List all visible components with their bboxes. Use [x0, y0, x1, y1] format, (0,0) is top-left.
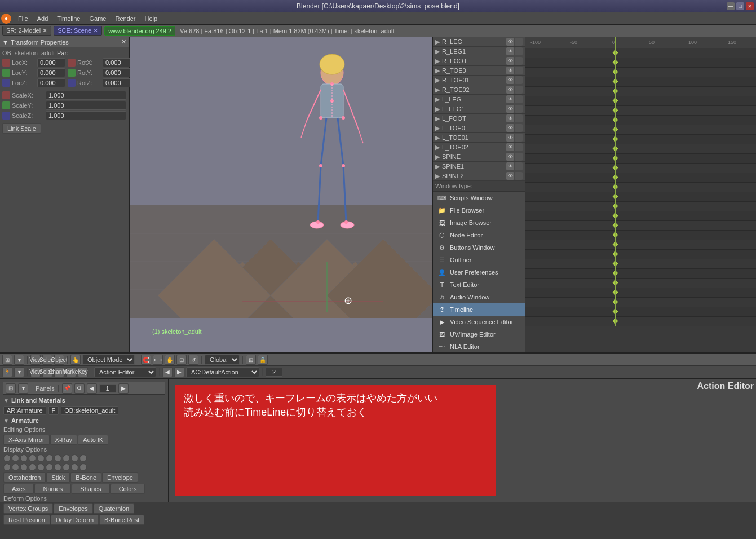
- menu-timeline[interactable]: Timeline: [52, 14, 85, 23]
- x-ray-btn[interactable]: X-Ray: [50, 435, 78, 445]
- action-action-select[interactable]: AC:DefaultAction: [186, 367, 259, 377]
- dropdown-node-editor[interactable]: ⬡ Node Editor: [433, 229, 525, 241]
- dot-13[interactable]: [20, 463, 28, 471]
- action-marker-btn[interactable]: Marker: [66, 367, 76, 377]
- dropdown-text-editor[interactable]: T Text Editor: [433, 279, 525, 291]
- panels-pin-icon[interactable]: 📌: [62, 383, 72, 394]
- scale-y-input[interactable]: [46, 101, 126, 110]
- arrows-icon[interactable]: ⟷: [153, 355, 163, 365]
- minimize-button[interactable]: —: [727, 2, 735, 10]
- panel-collapse-arrow[interactable]: ▼: [2, 39, 8, 46]
- b-bone-rest-btn[interactable]: B-Bone Rest: [99, 515, 144, 525]
- maximize-button[interactable]: □: [736, 2, 744, 10]
- loc-y-input[interactable]: [37, 68, 65, 77]
- dot-2[interactable]: [12, 454, 19, 462]
- dot-18[interactable]: [63, 463, 70, 471]
- f-label[interactable]: F: [48, 406, 59, 415]
- move-icon[interactable]: ✋: [165, 355, 175, 365]
- menu-file[interactable]: File: [14, 14, 33, 23]
- menu-add[interactable]: Add: [33, 14, 53, 23]
- dot-19[interactable]: [71, 463, 78, 471]
- bone-spinf2[interactable]: ▶ SPINF2 👁: [433, 171, 525, 181]
- quaternion-btn[interactable]: Quaternion: [94, 503, 134, 514]
- snap-icon[interactable]: 🧲: [141, 355, 151, 365]
- rot-x-input[interactable]: [103, 58, 131, 67]
- dot-8[interactable]: [63, 454, 70, 462]
- x-axis-mirror-btn[interactable]: X-Axis Mirror: [3, 435, 50, 445]
- bone-r-toe01[interactable]: ▶ R_TOE01 👁: [433, 76, 525, 85]
- loc-x-input[interactable]: [37, 58, 65, 67]
- dot-9[interactable]: [71, 454, 78, 462]
- dot-17[interactable]: [54, 463, 61, 471]
- menu-render[interactable]: Render: [110, 14, 140, 23]
- dot-4[interactable]: [29, 454, 36, 462]
- dropdown-timeline[interactable]: ⏱ Timeline: [433, 303, 525, 316]
- dropdown-scripts-window[interactable]: ⌨ Scripts Window: [433, 192, 525, 204]
- panels-settings-icon[interactable]: ⚙: [74, 383, 85, 394]
- dropdown-uv-image-editor[interactable]: 🖼 UV/Image Editor: [433, 328, 525, 341]
- envelopes-btn[interactable]: Envelopes: [54, 503, 92, 514]
- rot-z-input[interactable]: [103, 78, 131, 87]
- bone-l-leg[interactable]: ▶ L_LEG 👁: [433, 95, 525, 104]
- rest-position-btn[interactable]: Rest Position: [3, 515, 50, 525]
- dropdown-outliner[interactable]: ☰ Outliner: [433, 254, 525, 266]
- dot-14[interactable]: [29, 463, 36, 471]
- action-editor-select[interactable]: Action Editor: [94, 367, 156, 377]
- rotate-icon[interactable]: ↺: [188, 355, 198, 365]
- mode-selector-1[interactable]: SR: 2-Model ✕: [2, 26, 51, 36]
- close-button[interactable]: ✕: [746, 2, 754, 10]
- panels-right-icon[interactable]: ▶: [118, 383, 129, 394]
- ob-skeleton-field[interactable]: OB:skeleton_adult: [61, 406, 118, 415]
- dot-15[interactable]: [37, 463, 45, 471]
- dot-1[interactable]: [3, 454, 11, 462]
- rot-y-input[interactable]: [103, 68, 131, 77]
- menu-help[interactable]: Help: [140, 14, 162, 23]
- dropdown-audio-window[interactable]: ♫ Audio Window: [433, 291, 525, 303]
- dropdown-video-sequence-editor[interactable]: ▶ Video Sequence Editor: [433, 316, 525, 328]
- dot-7[interactable]: [54, 454, 61, 462]
- dot-3[interactable]: [20, 454, 28, 462]
- scale-icon[interactable]: ⊡: [176, 355, 187, 365]
- panel-close-icon[interactable]: ✕: [121, 38, 126, 46]
- loc-z-input[interactable]: [37, 78, 65, 87]
- dot-16[interactable]: [46, 463, 53, 471]
- vertex-groups-btn[interactable]: Vertex Groups: [3, 503, 53, 514]
- panels-left-icon[interactable]: ◀: [87, 383, 97, 394]
- bone-spine1[interactable]: ▶ SPINE1 👁: [433, 162, 525, 171]
- dot-6[interactable]: [46, 454, 53, 462]
- bone-r-leg1[interactable]: ▶ R_LEG1 👁: [433, 47, 525, 56]
- bone-l-leg1[interactable]: ▶ L_LEG1 👁: [433, 104, 525, 114]
- dot-10[interactable]: [79, 454, 87, 462]
- dropdown-buttons-window[interactable]: ⚙ Buttons Window: [433, 241, 525, 254]
- bone-l-toe01[interactable]: ▶ L_TOE01 👁: [433, 133, 525, 143]
- ar-armature-field[interactable]: AR:Armature: [3, 406, 46, 415]
- object-mode-select[interactable]: Object Mode: [82, 355, 135, 365]
- panels-page-input[interactable]: [99, 384, 116, 393]
- global-select[interactable]: Global: [205, 355, 240, 365]
- viewport-canvas[interactable]: ⊕ (1) skeleton_adult ▶ R_LEG 👁 ▶ R_LEG1 …: [130, 37, 525, 352]
- action-nav-right[interactable]: ▶: [174, 367, 184, 377]
- action-nav-left[interactable]: ◀: [162, 367, 173, 377]
- dot-12[interactable]: [12, 463, 19, 471]
- action-key-btn[interactable]: Key: [78, 367, 88, 377]
- object-menu-btn[interactable]: Object: [54, 355, 64, 365]
- bone-l-toe0[interactable]: ▶ L_TOE0 👁: [433, 123, 525, 133]
- dropdown-user-preferences[interactable]: 👤 User Preferences: [433, 266, 525, 279]
- bone-r-toe02[interactable]: ▶ R_TOE02 👁: [433, 85, 525, 95]
- mode-selector-2[interactable]: SCE: Scene ✕: [54, 26, 102, 36]
- bone-r-leg[interactable]: ▶ R_LEG 👁: [433, 37, 525, 47]
- axes-btn[interactable]: Axes: [3, 484, 34, 494]
- shapes-btn[interactable]: Shapes: [72, 484, 109, 494]
- delay-deform-btn[interactable]: Delay Deform: [51, 515, 99, 525]
- dot-11[interactable]: [3, 463, 11, 471]
- octahedron-btn[interactable]: Octahedron: [3, 472, 46, 483]
- b-bone-btn[interactable]: B-Bone: [70, 472, 101, 483]
- stick-btn[interactable]: Stick: [46, 472, 70, 483]
- bone-l-toe02[interactable]: ▶ L_TOE02 👁: [433, 143, 525, 152]
- colors-btn[interactable]: Colors: [110, 484, 145, 494]
- dot-5[interactable]: [37, 454, 45, 462]
- scale-z-input[interactable]: [46, 111, 126, 120]
- names-btn[interactable]: Names: [34, 484, 71, 494]
- menu-game[interactable]: Game: [85, 14, 110, 23]
- action-frame-input[interactable]: [266, 368, 282, 377]
